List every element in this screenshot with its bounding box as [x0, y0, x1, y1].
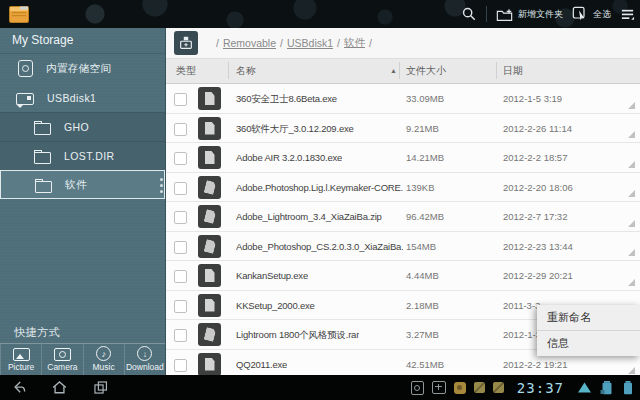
- breadcrumb-bar: / Removable / USBdisk1 / 软件 /: [166, 28, 640, 58]
- home-button[interactable]: [51, 379, 68, 396]
- usb-notification-icon[interactable]: [432, 381, 446, 394]
- file-type-icon: [198, 294, 221, 317]
- breadcrumb-link[interactable]: 软件: [344, 36, 365, 50]
- file-type-icon: [198, 117, 221, 140]
- context-menu-item[interactable]: 重新命名: [537, 305, 640, 330]
- search-button[interactable]: [461, 6, 477, 22]
- column-header-date[interactable]: 日期: [503, 59, 523, 82]
- breadcrumb-link[interactable]: USBdisk1: [287, 37, 333, 49]
- row-checkbox[interactable]: [174, 93, 187, 106]
- new-folder-button[interactable]: 新增文件夹: [496, 7, 563, 22]
- sidebar-scroll-indicator: [160, 178, 163, 193]
- breadcrumb-segment: / 软件: [333, 36, 365, 50]
- row-expand-handle[interactable]: [628, 220, 635, 227]
- shortcuts-row: Picture Camera Music Download: [0, 343, 165, 375]
- row-expand-handle[interactable]: [628, 102, 635, 109]
- sidebar-item[interactable]: LOST.DIR: [0, 141, 165, 170]
- shortcut-item[interactable]: Music: [83, 344, 124, 375]
- row-checkbox[interactable]: [174, 329, 187, 342]
- row-checkbox[interactable]: [174, 152, 187, 165]
- file-date: 2012-2-2 18:57: [503, 143, 567, 172]
- shortcut-item[interactable]: Download: [124, 344, 165, 375]
- back-icon: [10, 379, 27, 396]
- file-date: 2011-3-3: [503, 291, 540, 320]
- select-all-label: 全选: [593, 8, 611, 21]
- shortcut-label: Camera: [47, 362, 77, 372]
- sidebar-item-label: USBdisk1: [47, 92, 96, 104]
- usb-icon: [16, 93, 34, 105]
- file-type-icon: [198, 176, 221, 199]
- file-manager-app-icon[interactable]: [8, 3, 30, 25]
- file-row[interactable]: Adobe_Lightroom_3.4_XiaZaiBa.zip 96.42MB…: [166, 202, 640, 232]
- file-row[interactable]: Adobe.Photoshop.Lig.l.Keymaker-CORE.rar …: [166, 173, 640, 203]
- app-root: 新增文件夹 全选: [0, 0, 640, 400]
- file-name: Lightroom 1800个风格预设.rar: [236, 320, 359, 349]
- file-size: 33.09MB: [406, 84, 444, 113]
- file-row[interactable]: Adobe_Photoshop_CS.2.0.3.0_XiaZaiBa.zip …: [166, 232, 640, 262]
- camera-icon: [54, 348, 71, 361]
- overflow-menu-button[interactable]: [620, 7, 635, 22]
- sidebar-item[interactable]: 内置存储空间: [0, 54, 165, 83]
- file-row[interactable]: KankanSetup.exe 4.44MB 2012-2-29 20:21: [166, 261, 640, 291]
- select-all-icon: [572, 6, 588, 22]
- sidebar-item-label: 内置存储空间: [46, 62, 111, 76]
- app-notification-icon[interactable]: [474, 382, 485, 393]
- sidebar-item[interactable]: GHO: [0, 112, 165, 141]
- column-separator: [228, 62, 229, 79]
- file-date: 2012-1-3: [503, 320, 541, 349]
- breadcrumb-link[interactable]: Removable: [223, 37, 276, 49]
- android-notification-icon[interactable]: [454, 382, 466, 394]
- row-expand-handle[interactable]: [628, 249, 635, 256]
- app-notification-icon[interactable]: [493, 382, 504, 393]
- row-checkbox[interactable]: [174, 211, 187, 224]
- back-button[interactable]: [10, 379, 27, 396]
- row-checkbox[interactable]: [174, 241, 187, 254]
- row-expand-handle[interactable]: [628, 190, 635, 197]
- file-type-icon: [198, 146, 221, 169]
- row-checkbox[interactable]: [174, 123, 187, 136]
- row-expand-handle[interactable]: [628, 131, 635, 138]
- file-size: 139KB: [406, 173, 435, 202]
- sidebar-title: My Storage: [0, 28, 165, 54]
- column-separator: [399, 62, 400, 79]
- file-row[interactable]: 360安全卫士8.6Beta.exe 33.09MB 2012-1-5 3:19: [166, 84, 640, 114]
- sidebar-items: 内置存储空间 USBdisk1 GHO LOST.DIR 软件: [0, 54, 165, 199]
- row-expand-handle[interactable]: [628, 161, 635, 168]
- file-date: 2012-2-29 20:21: [503, 261, 573, 290]
- select-all-button[interactable]: 全选: [572, 6, 611, 22]
- shortcut-item[interactable]: Camera: [41, 344, 82, 375]
- column-separator: [496, 62, 497, 79]
- file-size: 42.51MB: [406, 350, 444, 376]
- context-menu-item[interactable]: 信息: [537, 330, 640, 356]
- file-date: 2012-2-20 18:06: [503, 173, 573, 202]
- dock-battery-icon[interactable]: [600, 379, 614, 396]
- row-checkbox[interactable]: [174, 182, 187, 195]
- file-row[interactable]: 360软件大厅_3.0.12.209.exe 9.21MB 2012-2-26 …: [166, 114, 640, 144]
- storage-notification-icon[interactable]: [411, 381, 424, 395]
- sidebar-item[interactable]: USBdisk1: [0, 83, 165, 112]
- row-expand-handle[interactable]: [628, 279, 635, 286]
- music-icon: [96, 346, 111, 361]
- battery-icon[interactable]: [622, 379, 634, 396]
- recent-apps-button[interactable]: [92, 379, 109, 396]
- file-type-icon: [198, 205, 221, 228]
- row-checkbox[interactable]: [174, 270, 187, 283]
- row-checkbox[interactable]: [174, 300, 187, 313]
- shortcut-item[interactable]: Picture: [0, 344, 41, 375]
- file-row[interactable]: Adobe AIR 3.2.0.1830.exe 14.21MB 2012-2-…: [166, 143, 640, 173]
- file-size: 96.42MB: [406, 202, 444, 231]
- row-checkbox[interactable]: [174, 359, 187, 372]
- shortcuts-title: 快捷方式: [14, 325, 60, 340]
- status-clock[interactable]: 23:37: [517, 380, 564, 396]
- column-header-size[interactable]: 文件大小: [406, 59, 446, 82]
- wifi-icon[interactable]: [577, 381, 592, 394]
- sidebar: My Storage 内置存储空间 USBdisk1 GHO LOST.DIR …: [0, 28, 165, 375]
- table-header: 类型 名称 ▲ 文件大小 日期: [166, 58, 640, 84]
- column-header-type[interactable]: 类型: [176, 59, 196, 82]
- usb-device-icon[interactable]: [174, 31, 198, 55]
- sidebar-item[interactable]: 软件: [0, 170, 165, 199]
- sort-ascending-icon[interactable]: ▲: [390, 59, 397, 82]
- column-header-name[interactable]: 名称: [236, 59, 256, 82]
- file-type-icon: [198, 235, 221, 258]
- row-expand-handle[interactable]: [628, 367, 635, 374]
